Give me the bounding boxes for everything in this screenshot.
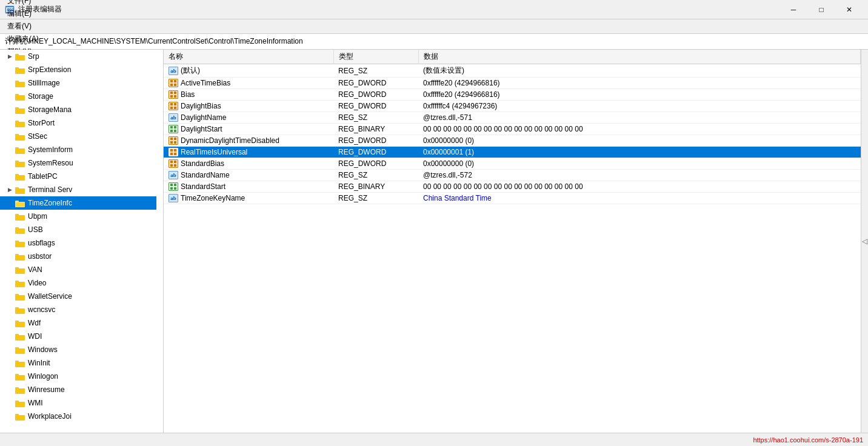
expand-arrow-van[interactable] xyxy=(5,265,15,275)
svg-rect-76 xyxy=(170,138,173,140)
menu-item-v[interactable]: 查看(V) xyxy=(2,20,44,33)
tree-item-wdf[interactable]: Wdf xyxy=(0,316,156,330)
tree-item-terminalserv[interactable]: ▶Terminal Serv xyxy=(0,183,156,196)
tree-item-video[interactable]: Video xyxy=(0,276,156,290)
tree-item-winresume[interactable]: Winresume xyxy=(0,383,156,396)
tree-item-systemresou[interactable]: SystemResou xyxy=(0,156,156,170)
tree-item-storport[interactable]: StorPort xyxy=(0,116,156,130)
expand-arrow-walletservice[interactable] xyxy=(5,291,15,301)
menu-item-e[interactable]: 编辑(E) xyxy=(2,7,44,20)
expand-arrow-windows[interactable] xyxy=(5,345,15,354)
cell-data-daylightname: @tzres.dll,-571 xyxy=(418,112,861,124)
table-row[interactable]: DynamicDaylightTimeDisabledREG_DWORD0x00… xyxy=(164,135,861,147)
tree-item-walletservice[interactable]: WalletService xyxy=(0,290,156,303)
tree-item-ubpm[interactable]: Ubpm xyxy=(0,210,156,223)
tree-label-storport: StorPort xyxy=(28,119,55,127)
tree-label-stillimage: StillImage xyxy=(28,79,60,87)
tree-panel[interactable]: ▶SrpSrpExtensionStillImageStorageStorage… xyxy=(0,50,164,433)
tree-item-wmi[interactable]: WMI xyxy=(0,396,156,410)
expand-arrow-usbstor[interactable] xyxy=(5,251,15,261)
tree-item-usbflags[interactable]: usbflags xyxy=(0,236,156,250)
col-data-header[interactable]: 数据 xyxy=(418,50,861,64)
expand-arrow-video[interactable] xyxy=(5,278,15,288)
reg-icon-dynamicdaylighttimediabled xyxy=(169,136,178,145)
svg-rect-64 xyxy=(170,92,173,94)
tree-item-workplacejoi[interactable]: WorkplaceJoi xyxy=(0,410,156,423)
expand-arrow-ubpm[interactable] xyxy=(5,211,15,221)
tree-label-wcncsvc: wcncsvc xyxy=(28,305,55,314)
table-row[interactable]: StandardStartREG_BINARY00 00 00 00 00 00… xyxy=(164,181,861,193)
tree-item-timezoneinf[interactable]: TimeZoneInfc xyxy=(0,196,156,210)
table-row[interactable]: DaylightBiasREG_DWORD0xffffffc4 (4294967… xyxy=(164,101,861,112)
expand-arrow-srpextensions[interactable] xyxy=(5,65,15,75)
tree-item-usbstor[interactable]: usbstor xyxy=(0,250,156,263)
table-row[interactable]: BiasREG_DWORD0xfffffe20 (4294966816) xyxy=(164,89,861,101)
tree-item-windows[interactable]: Windows xyxy=(0,343,156,356)
expand-arrow-systemresou[interactable] xyxy=(5,158,15,168)
expand-arrow-storport[interactable] xyxy=(5,118,15,128)
tree-item-stsec[interactable]: StSec xyxy=(0,130,156,143)
expand-arrow-wmi[interactable] xyxy=(5,398,15,408)
tree-label-walletservice: WalletService xyxy=(28,292,72,301)
expand-arrow-storagemana[interactable] xyxy=(5,105,15,115)
tree-item-usb[interactable]: USB xyxy=(0,223,156,236)
table-row[interactable]: DaylightStartREG_BINARY00 00 00 00 00 00… xyxy=(164,124,861,135)
tree-item-winlogon[interactable]: Winlogon xyxy=(0,370,156,383)
table-row[interactable]: StandardBiasREG_DWORD0x00000000 (0) xyxy=(164,158,861,170)
col-name-header[interactable]: 名称 xyxy=(164,50,333,64)
expand-arrow-usb[interactable] xyxy=(5,225,15,235)
tree-item-systeminform[interactable]: SystemInform xyxy=(0,143,156,156)
table-row[interactable]: ab(默认)REG_SZ(数值未设置) xyxy=(164,64,861,78)
expand-arrow-wdi[interactable] xyxy=(5,331,15,341)
cell-data-bias: 0xfffffe20 (4294966816) xyxy=(418,89,861,101)
tree-label-wmi: WMI xyxy=(28,399,43,407)
tree-item-wininit[interactable]: WinInit xyxy=(0,356,156,370)
table-row[interactable]: abStandardNameREG_SZ@tzres.dll,-572 xyxy=(164,170,861,181)
table-row[interactable]: RealTimeIsUniversalREG_DWORD0x00000001 (… xyxy=(164,147,861,158)
expand-arrow-tabletpc[interactable] xyxy=(5,171,15,181)
cell-data-daylightbias: 0xffffffc4 (4294967236) xyxy=(418,101,861,112)
expand-arrow-winresume[interactable] xyxy=(5,385,15,394)
svg-rect-43 xyxy=(15,308,25,314)
svg-rect-90 xyxy=(170,187,173,190)
expand-arrow-storage[interactable] xyxy=(5,92,15,101)
tree-item-wdi[interactable]: WDI xyxy=(0,330,156,343)
folder-icon-systeminform xyxy=(15,145,25,155)
maximize-button[interactable]: □ xyxy=(807,0,835,19)
tree-item-stillimage[interactable]: StillImage xyxy=(0,76,156,90)
tree-item-van[interactable]: VAN xyxy=(0,263,156,276)
tree-item-storage[interactable]: Storage xyxy=(0,90,156,103)
folder-icon-usbflags xyxy=(15,238,25,248)
expand-arrow-timezoneinf[interactable] xyxy=(5,198,15,208)
tree-label-storagemana: StorageMana xyxy=(28,105,72,114)
col-type-header[interactable]: 类型 xyxy=(333,50,418,64)
expand-arrow-wdf[interactable] xyxy=(5,318,15,328)
close-button[interactable]: ✕ xyxy=(835,0,863,19)
expand-arrow-winlogon[interactable] xyxy=(5,371,15,381)
sidebar-arrow[interactable]: ◁ xyxy=(862,237,867,245)
expand-arrow-stillimage[interactable] xyxy=(5,78,15,88)
expand-arrow-stsec[interactable] xyxy=(5,131,15,141)
table-row[interactable]: ActiveTimeBiasREG_DWORD0xfffffe20 (42949… xyxy=(164,78,861,89)
tree-item-srp[interactable]: ▶Srp xyxy=(0,50,156,63)
cell-name-daylightbias: DaylightBias xyxy=(164,101,333,112)
tree-item-storagemana[interactable]: StorageMana xyxy=(0,103,156,116)
tree-item-wcncsvc[interactable]: wcncsvc xyxy=(0,303,156,316)
minimize-button[interactable]: ─ xyxy=(780,0,807,19)
tree-item-tabletpc[interactable]: TabletPC xyxy=(0,170,156,183)
expand-arrow-wcncsvc[interactable] xyxy=(5,305,15,315)
table-row[interactable]: abDaylightNameREG_SZ@tzres.dll,-571 xyxy=(164,112,861,124)
table-row[interactable]: abTimeZoneKeyNameREG_SZChina Standard Ti… xyxy=(164,193,861,204)
content-panel[interactable]: 名称 类型 数据 ab(默认)REG_SZ(数值未设置)ActiveTimeBi… xyxy=(164,50,861,433)
expand-arrow-usbflags[interactable] xyxy=(5,238,15,248)
expand-arrow-systeminform[interactable] xyxy=(5,145,15,155)
expand-arrow-terminalserv[interactable]: ▶ xyxy=(5,185,15,195)
expand-arrow-wininit[interactable] xyxy=(5,358,15,368)
cell-name-text-daylightbias: DaylightBias xyxy=(181,102,221,110)
tree-item-srpextensions[interactable]: SrpExtension xyxy=(0,63,156,76)
svg-rect-27 xyxy=(16,202,24,207)
expand-arrow-workplacejoi[interactable] xyxy=(5,411,15,421)
menu-item-f[interactable]: 文件(F) xyxy=(2,0,44,7)
expand-arrow-srp[interactable]: ▶ xyxy=(5,52,15,61)
svg-rect-10 xyxy=(15,95,25,101)
